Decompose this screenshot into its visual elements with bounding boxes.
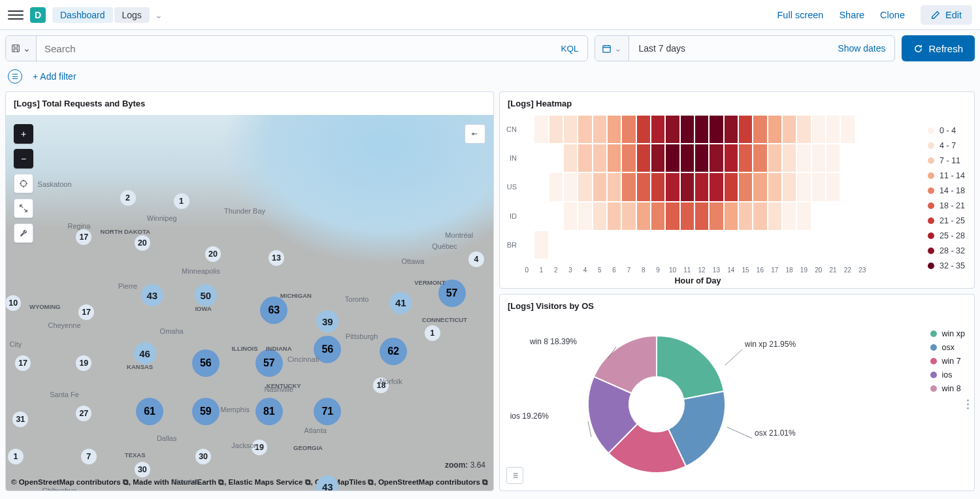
heatmap-cell[interactable] <box>694 144 709 172</box>
heatmap-cell[interactable] <box>534 172 548 201</box>
map-cluster[interactable]: 7 <box>81 449 97 464</box>
heatmap-cell[interactable] <box>563 172 578 201</box>
map-cluster[interactable]: 1 <box>8 449 24 464</box>
map-cluster[interactable]: 20 <box>205 246 221 262</box>
heatmap-cell[interactable] <box>607 172 621 201</box>
heatmap-cell[interactable] <box>549 202 563 231</box>
heatmap-cell[interactable] <box>563 115 578 144</box>
map-cluster[interactable]: 39 <box>316 310 338 332</box>
map-cluster[interactable]: 1 <box>174 193 189 209</box>
map-cluster[interactable]: 61 <box>136 398 163 425</box>
full-screen-link[interactable]: Full screen <box>777 10 823 20</box>
heatmap-cell[interactable] <box>680 172 694 201</box>
heatmap-cell[interactable] <box>768 231 782 259</box>
heatmap-cell[interactable] <box>738 202 753 231</box>
heatmap-cell[interactable] <box>782 202 796 231</box>
heatmap-cell[interactable] <box>607 231 621 259</box>
heatmap-cell[interactable] <box>753 231 767 259</box>
locate-button[interactable] <box>14 174 33 193</box>
map-cluster[interactable]: 56 <box>192 349 220 377</box>
map-cluster[interactable]: 41 <box>389 292 412 314</box>
heatmap-cell[interactable] <box>534 231 548 259</box>
panel-options-button[interactable] <box>967 399 969 409</box>
heatmap-cell[interactable] <box>519 144 534 172</box>
heatmap-cell[interactable] <box>651 231 665 259</box>
heatmap-cell[interactable] <box>534 202 548 231</box>
legend-item[interactable]: osx <box>930 340 965 354</box>
heatmap-cell[interactable] <box>593 115 607 144</box>
map-cluster[interactable]: 10 <box>5 295 21 311</box>
heatmap-cell[interactable] <box>519 115 534 144</box>
heatmap-cell[interactable] <box>782 115 796 144</box>
donut-slice[interactable] <box>657 336 724 399</box>
legend-item[interactable]: win xp <box>930 327 965 340</box>
heatmap-cell[interactable] <box>826 172 840 201</box>
heatmap-cell[interactable] <box>578 202 592 231</box>
map-cluster[interactable]: 30 <box>195 449 211 464</box>
tools-button[interactable] <box>14 223 33 243</box>
saved-query-button[interactable]: ⌄ <box>6 36 37 61</box>
heatmap-cell[interactable] <box>855 172 870 201</box>
main-menu-button[interactable] <box>8 7 24 23</box>
heatmap-cell[interactable] <box>796 115 811 144</box>
zoom-in-button[interactable]: + <box>14 124 33 144</box>
query-language-toggle[interactable]: KQL <box>551 44 587 54</box>
map-cluster[interactable]: 50 <box>195 284 217 306</box>
heatmap-cell[interactable] <box>694 115 709 144</box>
heatmap-cell[interactable] <box>519 202 534 231</box>
heatmap-cell[interactable] <box>782 231 796 259</box>
map-cluster[interactable]: 31 <box>12 411 28 427</box>
heatmap-cell[interactable] <box>724 231 738 259</box>
map-canvas[interactable]: + − zoom: 3.64 © OpenStreetMap contribut… <box>6 115 493 491</box>
chevron-down-icon[interactable]: ⌄ <box>151 10 167 20</box>
heatmap-cell[interactable] <box>563 202 578 231</box>
map-cluster[interactable]: 27 <box>76 406 91 421</box>
heatmap-cell[interactable] <box>709 115 723 144</box>
heatmap-cell[interactable] <box>621 231 636 259</box>
heatmap-cell[interactable] <box>549 231 563 259</box>
heatmap-cell[interactable] <box>534 115 548 144</box>
heatmap-cell[interactable] <box>607 144 621 172</box>
heatmap-cell[interactable] <box>563 231 578 259</box>
heatmap-cell[interactable] <box>782 172 796 201</box>
heatmap-cell[interactable] <box>636 231 651 259</box>
heatmap-cell[interactable] <box>724 115 738 144</box>
zoom-out-button[interactable]: − <box>14 149 33 169</box>
heatmap-cell[interactable] <box>724 202 738 231</box>
map-cluster[interactable]: 57 <box>255 349 283 377</box>
heatmap-cell[interactable] <box>680 231 694 259</box>
map-cluster[interactable]: 46 <box>134 342 156 364</box>
map-cluster[interactable]: 71 <box>314 398 341 425</box>
heatmap-cell[interactable] <box>826 202 840 231</box>
heatmap-cell[interactable] <box>855 144 870 172</box>
map-cluster[interactable]: 2 <box>120 190 136 206</box>
heatmap-cell[interactable] <box>621 115 636 144</box>
heatmap-cell[interactable] <box>811 202 826 231</box>
heatmap-cell[interactable] <box>826 115 840 144</box>
heatmap-cell[interactable] <box>753 202 767 231</box>
share-link[interactable]: Share <box>839 10 864 20</box>
heatmap-cell[interactable] <box>621 144 636 172</box>
heatmap-cell[interactable] <box>621 172 636 201</box>
heatmap-cell[interactable] <box>811 231 826 259</box>
heatmap-cell[interactable] <box>855 202 870 231</box>
heatmap-cell[interactable] <box>753 172 767 201</box>
heatmap-cell[interactable] <box>796 172 811 201</box>
heatmap-cell[interactable] <box>593 231 607 259</box>
edit-button[interactable]: Edit <box>921 5 972 25</box>
heatmap-cell[interactable] <box>796 144 811 172</box>
heatmap-cell[interactable] <box>840 231 855 259</box>
heatmap-cell[interactable] <box>636 202 651 231</box>
heatmap-cell[interactable] <box>840 144 855 172</box>
heatmap-cell[interactable] <box>593 172 607 201</box>
heatmap-cell[interactable] <box>855 231 870 259</box>
heatmap-cell[interactable] <box>680 115 694 144</box>
heatmap-cell[interactable] <box>665 172 679 201</box>
heatmap-cell[interactable] <box>840 115 855 144</box>
heatmap-cell[interactable] <box>855 115 870 144</box>
time-picker-button[interactable]: ⌄ <box>595 36 629 61</box>
heatmap-cell[interactable] <box>578 115 592 144</box>
map-cluster[interactable]: 20 <box>135 235 150 251</box>
map-cluster[interactable]: 43 <box>141 284 163 306</box>
heatmap-cell[interactable] <box>709 231 723 259</box>
